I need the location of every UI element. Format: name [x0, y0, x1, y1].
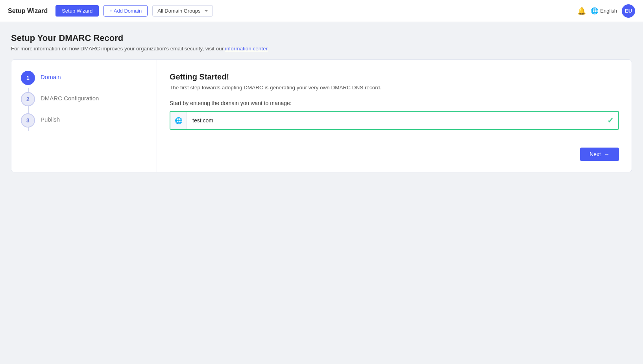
page-subtitle: For more information on how DMARC improv…	[11, 46, 632, 52]
info-center-link[interactable]: information center	[225, 46, 268, 52]
step-1-label: Domain	[41, 71, 61, 80]
step-3-circle: 3	[21, 113, 35, 127]
main-content: Setup Your DMARC Record For more informa…	[0, 22, 643, 183]
domain-prompt: Start by entering the domain you want to…	[170, 100, 619, 106]
globe-icon: 🌐	[591, 7, 599, 15]
step-1-circle: 1	[21, 71, 35, 85]
language-label: English	[600, 8, 617, 14]
add-domain-button[interactable]: + Add Domain	[103, 5, 148, 17]
bell-icon[interactable]: 🔔	[577, 7, 586, 15]
getting-started-desc: The first step towards adopting DMARC is…	[170, 85, 619, 91]
content-area: 1 Domain 2 DMARC Configuration 3 Publish…	[11, 59, 632, 172]
domain-input-row: 🌐 ✓	[170, 111, 619, 130]
next-button[interactable]: Next →	[580, 148, 619, 161]
step-3-label: Publish	[41, 113, 60, 123]
domain-input[interactable]	[187, 113, 602, 127]
avatar[interactable]: EU	[622, 4, 635, 18]
divider	[170, 141, 619, 141]
step-2-label: DMARC Configuration	[41, 92, 99, 102]
wizard-panel: Getting Started! The first step towards …	[157, 60, 632, 172]
domain-groups-select[interactable]: All Domain Groups	[152, 5, 213, 17]
arrow-icon: →	[604, 151, 610, 157]
next-row: Next →	[170, 148, 619, 161]
language-selector[interactable]: 🌐 English	[591, 7, 617, 15]
getting-started-title: Getting Started!	[170, 72, 619, 81]
step-3: 3 Publish	[21, 113, 147, 127]
setup-wizard-button[interactable]: Setup Wizard	[55, 5, 99, 17]
step-1: 1 Domain	[21, 71, 147, 85]
page-title: Setup Your DMARC Record	[11, 33, 632, 43]
globe-input-icon: 🌐	[170, 112, 187, 129]
check-icon: ✓	[602, 112, 618, 129]
header: Setup Wizard Setup Wizard + Add Domain A…	[0, 0, 643, 22]
steps-panel: 1 Domain 2 DMARC Configuration 3 Publish	[11, 60, 157, 172]
step-2: 2 DMARC Configuration	[21, 92, 147, 106]
app-title: Setup Wizard	[8, 7, 48, 15]
step-2-circle: 2	[21, 92, 35, 106]
